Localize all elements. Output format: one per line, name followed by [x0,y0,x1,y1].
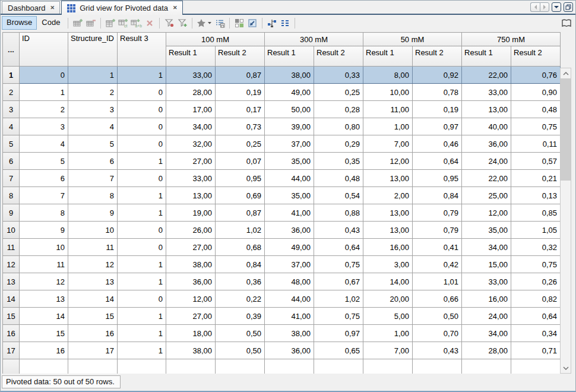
cell[interactable]: 0,43 [413,342,462,359]
cell[interactable]: 17,00 [166,101,216,118]
cell[interactable]: 0,54 [314,187,363,204]
cell[interactable]: 0,75 [314,256,363,273]
cell[interactable]: 0 [118,222,166,239]
cell[interactable]: 38,00 [265,325,314,342]
cell[interactable]: 13 [68,273,118,290]
cell[interactable]: 35,00 [462,222,511,239]
filter-remove-icon[interactable] [163,17,176,30]
cell[interactable]: 0,87 [216,67,265,84]
cell[interactable]: 35,00 [265,187,314,204]
hierarchy-icon[interactable] [265,17,278,30]
row-number[interactable]: 5 [3,135,20,153]
code-button[interactable]: Code [37,16,65,29]
cell[interactable]: 32,00 [166,135,216,153]
cell[interactable]: 0,17 [216,101,265,118]
cell[interactable]: 34,00 [462,325,511,342]
add-row-icon[interactable] [71,17,84,30]
cell[interactable]: 0,84 [413,187,462,204]
cell[interactable]: 12,00 [166,290,216,308]
cell[interactable]: 2 [68,84,118,101]
cell[interactable]: 0,78 [413,84,462,101]
cell[interactable]: 1,01 [413,273,462,290]
cell[interactable]: 3 [68,101,118,118]
cell[interactable]: 7 [68,170,118,187]
cell[interactable]: 13 [20,290,68,308]
add-column-icon[interactable] [104,17,117,30]
cell[interactable]: 49,00 [265,239,314,256]
cell[interactable]: 28,00 [462,342,511,359]
cell[interactable]: 40,00 [462,118,511,135]
cell[interactable]: 27,00 [166,308,216,325]
cell[interactable]: 1 [118,67,166,84]
cell[interactable]: 0,33 [314,67,363,84]
cell[interactable]: 12,00 [462,204,511,222]
cell[interactable]: 7 [20,187,68,204]
cell[interactable]: 0,75 [511,118,561,135]
cell[interactable]: 0,80 [314,118,363,135]
cell[interactable]: 0,88 [314,204,363,222]
cell[interactable]: 0,90 [511,84,561,101]
subcolumn-header[interactable]: Result 2 [511,46,561,67]
cell[interactable]: 49,00 [265,84,314,101]
cell[interactable]: 0,65 [314,342,363,359]
cell[interactable]: 25,00 [462,187,511,204]
cell[interactable]: 13,00 [166,187,216,204]
cell[interactable]: 1 [118,308,166,325]
cell[interactable] [216,359,265,374]
table-row[interactable]: 141314012,000,2244,001,0220,000,6616,000… [3,290,561,308]
table-row[interactable]: 989119,000,8741,000,8813,000,7912,000,85 [3,204,561,222]
cell[interactable]: 0,07 [216,153,265,170]
row-number[interactable]: 13 [3,273,20,290]
cell[interactable]: 0,32 [511,239,561,256]
cell[interactable]: 0,82 [511,290,561,308]
cell[interactable]: 1 [118,256,166,273]
cell[interactable]: 34,00 [166,118,216,135]
restore-window-button[interactable] [564,2,573,12]
table-row[interactable]: 151415127,000,3941,000,755,000,5024,000,… [3,308,561,325]
row-number[interactable]: 9 [3,204,20,222]
cell[interactable]: 11 [68,239,118,256]
row-number[interactable] [3,359,20,374]
row-number[interactable]: 10 [3,222,20,239]
cell[interactable]: 38,00 [265,67,314,84]
table-row[interactable]: 212028,000,1949,000,2510,000,7833,000,90 [3,84,561,101]
cell[interactable]: 2 [20,101,68,118]
cell[interactable]: 10 [68,222,118,239]
cell[interactable]: 0,42 [413,256,462,273]
cell[interactable]: 4 [68,118,118,135]
table-row-partial[interactable] [3,359,561,374]
cell[interactable]: 16,00 [363,239,413,256]
cell[interactable]: 0,50 [216,325,265,342]
cell[interactable]: 0,75 [511,256,561,273]
cell[interactable] [265,359,314,374]
row-number[interactable]: 8 [3,187,20,204]
subcolumn-header[interactable]: Result 2 [314,46,363,67]
table-row[interactable]: 878113,000,6935,000,542,000,8425,000,13 [3,187,561,204]
cell[interactable] [166,359,216,374]
cell[interactable]: 1,02 [216,222,265,239]
cell[interactable]: 0,76 [511,67,561,84]
cell[interactable]: 0,71 [511,342,561,359]
cell[interactable]: 16,00 [462,290,511,308]
cell[interactable]: 35,00 [265,153,314,170]
cell[interactable]: 24,00 [462,308,511,325]
cell[interactable]: 15 [68,308,118,325]
cell[interactable]: 5,00 [363,308,413,325]
cell[interactable]: 24,00 [462,153,511,170]
scroll-up-icon[interactable] [561,68,571,78]
cell[interactable]: 1,00 [363,118,413,135]
cell[interactable]: 8 [20,204,68,222]
cell[interactable]: 0,85 [511,204,561,222]
cell[interactable]: 13,00 [363,170,413,187]
cell[interactable]: 5 [68,135,118,153]
scrollbar-thumb[interactable] [561,78,571,181]
cell[interactable]: 17 [68,342,118,359]
table-row[interactable]: 545032,000,2537,000,297,000,4636,000,11 [3,135,561,153]
cell[interactable]: 7,00 [363,342,413,359]
cell[interactable]: 0,79 [413,222,462,239]
cell[interactable]: 27,00 [166,153,216,170]
cell[interactable]: 3 [20,118,68,135]
cell[interactable]: 22,00 [462,170,511,187]
list-save-icon[interactable] [213,17,226,30]
group-column-header[interactable]: 750 mM [462,33,561,46]
